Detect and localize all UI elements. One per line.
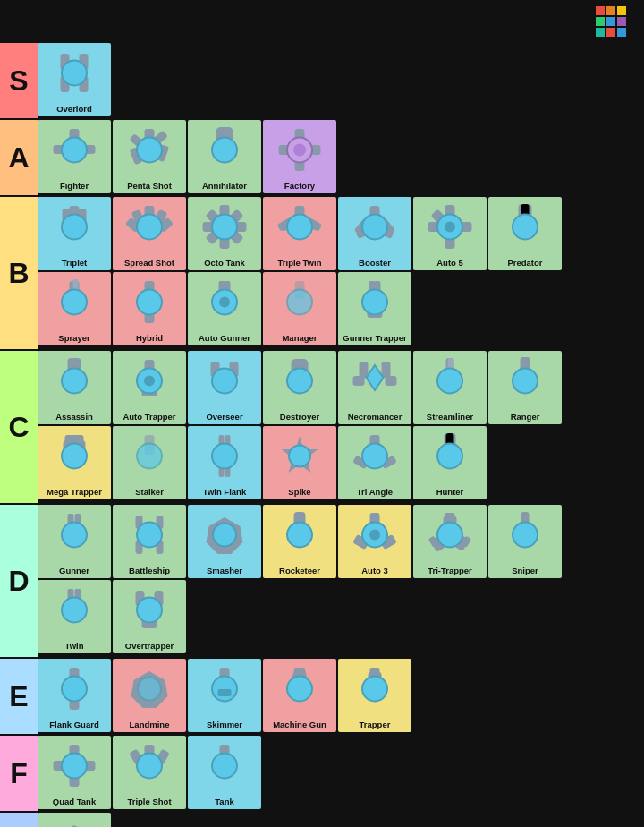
svg-point-74 [219, 297, 230, 308]
tank-item-skimmer[interactable]: Skimmer [188, 659, 261, 732]
tier-row-F: F Quad Tank Triple Shot Tank [0, 736, 644, 811]
tank-item-spread-shot[interactable]: Spread Shot [113, 197, 186, 270]
tank-item-hybrid[interactable]: Hybrid [113, 272, 186, 345]
svg-rect-95 [353, 376, 365, 386]
tank-item-penta-shot[interactable]: Penta Shot [113, 120, 186, 193]
svg-point-61 [445, 222, 455, 233]
tank-item-auto-smasher[interactable]: Auto Smasher [38, 813, 111, 827]
tank-item-landmine[interactable]: Landmine [113, 659, 186, 732]
tank-item-auto-gunner[interactable]: Auto Gunner [188, 272, 261, 345]
tank-item-twin[interactable]: Twin [38, 580, 111, 653]
svg-point-41 [212, 215, 237, 240]
tier-label-text-A: A [0, 120, 38, 195]
tank-item-stalker[interactable]: Stalker [113, 426, 186, 499]
tank-item-sniper[interactable]: Sniper [488, 505, 562, 578]
tank-item-gunner-trapper[interactable]: Gunner Trapper [338, 272, 411, 345]
tank-item-necromancer[interactable]: Necromancer [338, 351, 411, 424]
tank-item-gunner[interactable]: Gunner [38, 505, 111, 578]
svg-point-177 [137, 754, 162, 779]
tank-item-assassin[interactable]: Assassin [38, 351, 111, 424]
tier-label-text-G: G [0, 813, 38, 827]
svg-point-133 [287, 523, 312, 548]
tier-items-row-F-0: Quad Tank Triple Shot Tank [38, 736, 644, 809]
svg-point-48 [287, 215, 312, 240]
tank-icon-mega-trapper [50, 431, 99, 476]
tank-item-overseer[interactable]: Overseer [188, 351, 261, 424]
tank-item-streamliner[interactable]: Streamliner [413, 351, 487, 424]
tank-item-quad-tank[interactable]: Quad Tank [38, 736, 111, 809]
tank-item-annihilator[interactable]: Annihilator [188, 120, 261, 193]
tier-list: S OverlordA Fighter Penta Shot Annihilat… [0, 43, 644, 827]
tank-label-flank-guard: Flank Guard [38, 719, 111, 732]
tier-label-text-B: B [0, 197, 38, 349]
tank-icon-quad-tank [50, 741, 99, 786]
tank-item-destroyer[interactable]: Destroyer [263, 351, 336, 424]
tank-icon-predator [501, 202, 550, 247]
tier-label-E: E [0, 659, 38, 734]
tank-item-twin-flank[interactable]: Twin Flank [188, 426, 261, 499]
tank-icon-assassin [50, 356, 99, 401]
tank-item-battleship[interactable]: Battleship [113, 505, 186, 578]
tank-item-overtrapper[interactable]: Overtrapper [113, 580, 186, 653]
tier-label-D: D [0, 505, 38, 657]
tank-label-spread-shot: Spread Shot [113, 257, 186, 270]
tier-row-D: D Gunner Battleship Smasher Rocketeer Au… [0, 505, 644, 657]
svg-point-112 [212, 444, 237, 469]
tank-item-fighter[interactable]: Fighter [38, 120, 111, 193]
tank-icon-battleship [125, 510, 174, 555]
tank-item-manager[interactable]: Manager [263, 272, 336, 345]
tank-icon-skimmer [200, 664, 250, 709]
tank-item-octo-tank[interactable]: Octo Tank [188, 197, 261, 270]
svg-point-4 [62, 61, 87, 86]
tank-item-mega-trapper[interactable]: Mega Trapper [38, 426, 111, 499]
tank-item-tri-angle[interactable]: Tri Angle [338, 426, 411, 499]
tank-item-triple-shot[interactable]: Triple Shot [113, 736, 186, 809]
tank-icon-sniper [501, 510, 550, 555]
tank-item-auto-3[interactable]: Auto 3 [338, 505, 411, 578]
tank-item-triplet[interactable]: Triplet [38, 197, 111, 270]
tank-item-auto-trapper[interactable]: Auto Trapper [113, 351, 186, 424]
tier-label-F: F [0, 736, 38, 811]
svg-point-16 [212, 138, 237, 163]
tank-item-predator[interactable]: Predator [488, 197, 562, 270]
tier-row-B: B Triplet Spread Shot Octo Tank [0, 197, 644, 349]
tank-item-auto-5[interactable]: Auto 5 [413, 197, 487, 270]
tank-item-tri-trapper[interactable]: Tri-Trapper [413, 505, 487, 578]
tank-item-sprayer[interactable]: Sprayer [38, 272, 111, 345]
svg-point-22 [293, 144, 306, 157]
svg-point-179 [212, 754, 237, 779]
tier-row-S: S Overlord [0, 43, 644, 118]
tier-label-text-D: D [0, 505, 38, 657]
tank-label-tri-angle: Tri Angle [338, 486, 411, 499]
tank-item-machine-gun[interactable]: Machine Gun [263, 659, 336, 732]
tank-item-booster[interactable]: Booster [338, 197, 411, 270]
tank-icon-gunner [50, 510, 99, 555]
tank-label-streamliner: Streamliner [413, 411, 487, 424]
tier-items-row-C-0: Assassin Auto Trapper Overseer Destroyer… [38, 351, 644, 424]
tank-item-triple-twin[interactable]: Triple Twin [263, 197, 336, 270]
tank-item-trapper[interactable]: Trapper [338, 659, 411, 732]
tank-label-annihilator: Annihilator [188, 180, 261, 193]
tank-label-booster: Booster [338, 257, 411, 270]
tank-item-flank-guard[interactable]: Flank Guard [38, 659, 111, 732]
tank-item-ranger[interactable]: Ranger [488, 351, 562, 424]
tank-item-overlord[interactable]: Overlord [38, 43, 111, 116]
tank-icon-flank-guard [50, 664, 99, 709]
tank-icon-annihilator [200, 125, 250, 170]
svg-rect-93 [360, 362, 369, 378]
tank-item-tank[interactable]: Tank [188, 736, 261, 809]
tank-item-hunter[interactable]: Hunter [413, 426, 487, 499]
svg-point-131 [213, 524, 236, 547]
tank-icon-spread-shot [125, 202, 174, 247]
tank-item-smasher[interactable]: Smasher [188, 505, 261, 578]
tank-item-factory[interactable]: Factory [263, 120, 336, 193]
tier-items-row-B-1: Sprayer Hybrid Auto Gunner Manager Gunne… [38, 272, 644, 345]
svg-point-70 [137, 290, 162, 315]
tank-item-spike[interactable]: Spike [263, 426, 336, 499]
svg-point-118 [362, 444, 387, 469]
svg-point-162 [212, 677, 237, 702]
tank-item-rocketeer[interactable]: Rocketeer [263, 505, 336, 578]
svg-point-83 [62, 369, 87, 394]
tier-label-text-S: S [0, 43, 38, 118]
tank-label-stalker: Stalker [113, 486, 186, 499]
